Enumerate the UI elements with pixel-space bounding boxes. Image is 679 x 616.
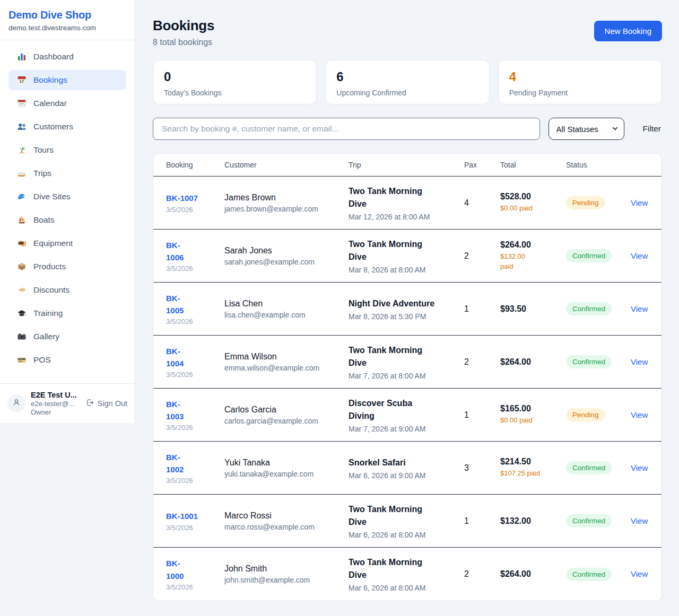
package-icon xyxy=(17,262,27,271)
col-trip: Trip xyxy=(349,161,464,169)
booking-id-link[interactable]: BK- 1005 xyxy=(166,292,184,317)
paid-amount: $132.00 paid xyxy=(500,252,566,272)
trip-name: Two Tank Morning Dive xyxy=(349,185,464,210)
paid-amount: $107.25 paid xyxy=(500,469,566,479)
sidebar-item-label: POS xyxy=(33,355,51,365)
trip-name: Two Tank Morning Dive xyxy=(349,238,464,263)
sidebar-item-customers[interactable]: Customers xyxy=(8,117,126,137)
total-amount: $264.00 xyxy=(500,569,566,579)
stat-value: 4 xyxy=(509,69,651,84)
total-amount: $264.00 xyxy=(500,357,566,367)
sidebar-item-training[interactable]: Training xyxy=(8,303,126,323)
bar-chart-icon xyxy=(17,52,27,61)
diving-mask-icon xyxy=(17,239,27,248)
pax-count: 2 xyxy=(464,251,500,261)
table-row: BK-1001 3/5/2026 Marco Rossi marco.rossi… xyxy=(153,495,661,548)
booking-id-link[interactable]: BK- 1002 xyxy=(166,451,184,476)
calendar-date-icon: 17 xyxy=(17,75,27,85)
sign-out-icon xyxy=(85,398,94,409)
booking-id-link[interactable]: BK- 1006 xyxy=(166,239,184,264)
new-booking-button[interactable]: New Booking xyxy=(594,21,662,41)
trip-name: Two Tank Morning Dive xyxy=(349,344,464,369)
booking-id-link[interactable]: BK-1001 xyxy=(166,510,198,522)
trip-datetime: Mar 12, 2026 at 8:00 AM xyxy=(349,213,464,221)
stat-card: 0 Today's Bookings xyxy=(153,60,317,104)
sidebar-item-label: Equipment xyxy=(33,239,73,248)
sidebar-item-dashboard[interactable]: Dashboard xyxy=(8,47,126,67)
view-link[interactable]: View xyxy=(631,198,648,207)
total-amount: $214.50 xyxy=(500,457,566,467)
booking-date: 3/5/2026 xyxy=(166,371,224,379)
booking-id-link[interactable]: BK- 1003 xyxy=(166,398,184,423)
user-name: E2E Test U... xyxy=(31,391,80,399)
customer-name: Marco Rossi xyxy=(224,511,349,521)
customer-email: marco.rossi@example.com xyxy=(224,523,349,531)
view-link[interactable]: View xyxy=(631,463,648,472)
sidebar-item-label: Trips xyxy=(33,169,51,178)
customer-email: john.smith@example.com xyxy=(224,576,349,584)
sidebar-item-label: Bookings xyxy=(33,75,67,85)
booking-date: 3/5/2026 xyxy=(166,265,224,272)
island-icon xyxy=(17,145,27,155)
booking-date: 3/5/2026 xyxy=(166,477,224,485)
booking-date: 3/5/2026 xyxy=(166,424,224,432)
sidebar-item-products[interactable]: Products xyxy=(8,257,126,277)
table-header: Booking Customer Trip Pax Total Status xyxy=(153,154,661,177)
paid-amount: $0.00 paid xyxy=(500,204,566,214)
sidebar-item-equipment[interactable]: Equipment xyxy=(8,233,126,253)
booking-id-link[interactable]: BK- 1000 xyxy=(166,557,184,582)
sidebar-item-pos[interactable]: POS xyxy=(8,350,126,370)
sidebar-item-tours[interactable]: Tours xyxy=(8,140,126,160)
sign-out-button[interactable]: Sign Out xyxy=(85,398,127,409)
view-link[interactable]: View xyxy=(631,304,648,313)
table-row: BK- 1003 3/5/2026 Carlos Garcia carlos.g… xyxy=(153,389,661,442)
user-meta: E2E Test U... e2e-tester@... Owner xyxy=(31,391,80,416)
trip-datetime: Mar 6, 2026 at 8:00 AM xyxy=(349,531,464,539)
sidebar-header: Demo Dive Shop demo.test.divestreams.com xyxy=(0,0,135,40)
status-select[interactable]: All Statuses xyxy=(549,118,624,140)
total-amount: $165.00 xyxy=(500,404,566,413)
filter-button[interactable]: Filter xyxy=(642,120,662,138)
sign-out-label: Sign Out xyxy=(98,399,127,408)
table-row: BK- 1005 3/5/2026 Lisa Chen lisa.chen@ex… xyxy=(153,283,661,336)
status-filter-select[interactable]: All Statuses xyxy=(549,118,624,140)
wave-icon xyxy=(17,192,27,201)
customer-email: carlos.garcia@example.com xyxy=(224,417,349,425)
sidebar-item-gallery[interactable]: Gallery xyxy=(8,327,126,347)
pax-count: 1 xyxy=(464,304,500,314)
col-pax: Pax xyxy=(464,161,500,169)
sidebar-item-trips[interactable]: Trips xyxy=(8,163,126,183)
customer-name: Emma Wilson xyxy=(224,352,349,362)
booking-id-link[interactable]: BK-1007 xyxy=(166,192,198,204)
stat-label: Pending Payment xyxy=(509,89,651,97)
sidebar-item-label: Tours xyxy=(33,145,54,155)
view-link[interactable]: View xyxy=(631,251,648,260)
sidebar-item-boats[interactable]: Boats xyxy=(8,210,126,230)
search-input[interactable] xyxy=(153,118,540,140)
user-footer: E2E Test U... e2e-tester@... Owner Sign … xyxy=(0,383,135,423)
table-row: BK- 1004 3/5/2026 Emma Wilson emma.wilso… xyxy=(153,336,661,389)
user-role: Owner xyxy=(31,408,80,416)
sidebar-item-dive-sites[interactable]: Dive Sites xyxy=(8,187,126,207)
main-content: Bookings 8 total bookings New Booking 0 … xyxy=(135,0,679,616)
view-link[interactable]: View xyxy=(631,569,648,578)
booking-id-link[interactable]: BK- 1004 xyxy=(166,345,184,370)
sidebar-item-label: Training xyxy=(33,309,63,318)
customer-email: emma.wilson@example.com xyxy=(224,364,349,372)
view-link[interactable]: View xyxy=(631,357,648,366)
view-link[interactable]: View xyxy=(631,410,648,419)
customer-name: James Brown xyxy=(224,193,349,203)
customer-email: sarah.jones@example.com xyxy=(224,258,349,266)
sidebar-item-bookings[interactable]: 17 Bookings xyxy=(8,70,126,90)
view-link[interactable]: View xyxy=(631,516,648,525)
people-icon xyxy=(17,122,27,131)
sidebar-item-discounts[interactable]: Discounts xyxy=(8,280,126,300)
page-header: Bookings 8 total bookings New Booking xyxy=(153,17,662,47)
user-email: e2e-tester@... xyxy=(31,400,80,408)
sidebar-item-calendar[interactable]: Calendar xyxy=(8,93,126,113)
total-amount: $528.00 xyxy=(500,192,566,201)
pax-count: 3 xyxy=(464,463,500,473)
booking-date: 3/5/2026 xyxy=(166,318,224,325)
customer-name: John Smith xyxy=(224,564,349,574)
pax-count: 2 xyxy=(464,569,500,579)
